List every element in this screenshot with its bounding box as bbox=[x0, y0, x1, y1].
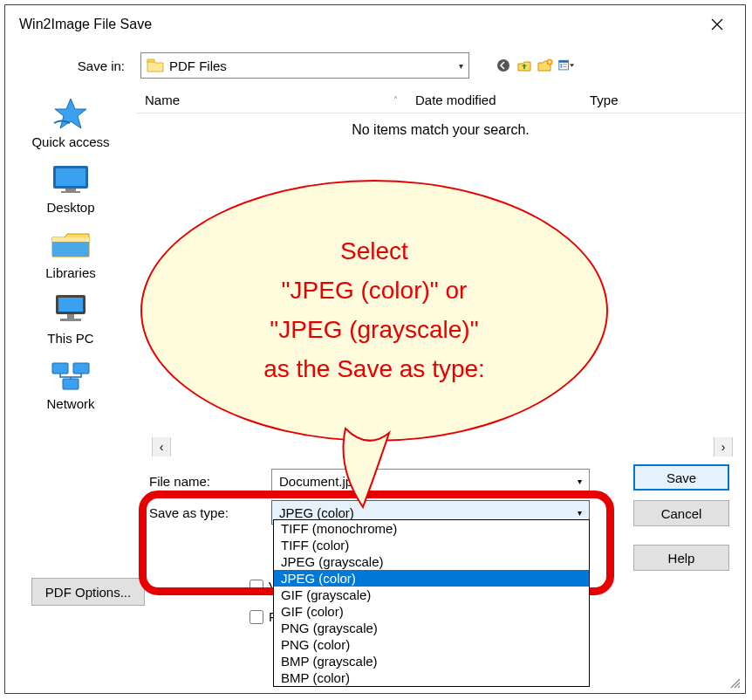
file-name-value: Document.jpg bbox=[279, 474, 578, 489]
place-network[interactable]: Network bbox=[46, 358, 94, 411]
file-save-dialog: Win2Image File Save Save in: PDF Files ▾… bbox=[4, 4, 746, 694]
file-list-pane: Name˄ Date modified Type No items match … bbox=[136, 87, 745, 489]
file-name-input[interactable]: Document.jpg ▾ bbox=[271, 469, 590, 493]
column-type[interactable]: Type bbox=[581, 87, 745, 113]
save-in-row: Save in: PDF Files ▾ bbox=[5, 44, 745, 87]
this-pc-icon bbox=[50, 292, 92, 327]
window-title: Win2Image File Save bbox=[19, 17, 152, 32]
checkbox-2[interactable] bbox=[250, 610, 263, 624]
place-label: Libraries bbox=[45, 265, 96, 280]
type-option[interactable]: BMP (color) bbox=[274, 669, 589, 686]
save-in-value: PDF Files bbox=[169, 58, 459, 73]
column-date[interactable]: Date modified bbox=[407, 87, 581, 113]
main-area: Quick access Desktop Libraries This PC N… bbox=[5, 87, 745, 489]
type-option[interactable]: JPEG (color) bbox=[274, 570, 589, 587]
places-bar: Quick access Desktop Libraries This PC N… bbox=[5, 87, 136, 489]
type-option[interactable]: JPEG (grayscale) bbox=[274, 553, 589, 570]
svg-rect-14 bbox=[61, 191, 80, 193]
save-in-label: Save in: bbox=[75, 58, 132, 73]
place-label: Desktop bbox=[46, 200, 94, 215]
view-menu-icon[interactable] bbox=[558, 58, 574, 73]
scroll-track[interactable] bbox=[171, 441, 714, 454]
svg-rect-7 bbox=[560, 64, 562, 65]
file-name-label: File name: bbox=[149, 474, 254, 489]
place-label: This PC bbox=[47, 331, 93, 346]
svg-rect-19 bbox=[67, 314, 74, 319]
resize-grip[interactable] bbox=[728, 676, 742, 690]
svg-rect-2 bbox=[147, 59, 154, 62]
scroll-right-arrow[interactable]: › bbox=[714, 437, 733, 456]
place-this-pc[interactable]: This PC bbox=[47, 292, 93, 346]
svg-rect-10 bbox=[563, 66, 567, 67]
svg-rect-13 bbox=[65, 189, 76, 191]
chevron-down-icon: ▾ bbox=[459, 61, 463, 71]
up-one-level-icon[interactable] bbox=[516, 58, 532, 73]
nav-toolbar bbox=[496, 58, 574, 73]
svg-rect-23 bbox=[63, 379, 79, 389]
checkbox-1[interactable] bbox=[250, 580, 263, 594]
svg-point-3 bbox=[497, 59, 509, 72]
cancel-button[interactable]: Cancel bbox=[633, 500, 729, 526]
scroll-left-arrow[interactable]: ‹ bbox=[152, 437, 171, 456]
chevron-down-icon: ▾ bbox=[578, 477, 582, 486]
place-label: Quick access bbox=[31, 134, 109, 149]
folder-icon bbox=[147, 58, 164, 73]
svg-rect-12 bbox=[56, 168, 85, 186]
desktop-icon bbox=[50, 161, 92, 196]
empty-message: No items match your search. bbox=[136, 113, 745, 138]
libraries-icon bbox=[50, 227, 92, 262]
place-desktop[interactable]: Desktop bbox=[46, 161, 94, 215]
save-button[interactable]: Save bbox=[633, 464, 729, 491]
save-as-type-value: JPEG (color) bbox=[279, 505, 578, 520]
type-option[interactable]: TIFF (monochrome) bbox=[274, 520, 589, 537]
file-name-row: File name: Document.jpg ▾ bbox=[5, 464, 607, 498]
svg-rect-18 bbox=[58, 298, 83, 312]
svg-rect-15 bbox=[52, 241, 89, 257]
close-button[interactable] bbox=[700, 7, 735, 42]
type-option[interactable]: GIF (grayscale) bbox=[274, 587, 589, 603]
quick-access-icon bbox=[50, 96, 92, 131]
save-in-dropdown[interactable]: PDF Files ▾ bbox=[140, 52, 469, 79]
svg-rect-16 bbox=[52, 237, 89, 242]
type-option[interactable]: GIF (color) bbox=[274, 603, 589, 620]
sort-ascending-icon: ˄ bbox=[393, 95, 398, 105]
save-as-type-options-list[interactable]: TIFF (monochrome) TIFF (color) JPEG (gra… bbox=[273, 519, 590, 687]
chevron-down-icon: ▾ bbox=[578, 508, 582, 518]
column-name[interactable]: Name˄ bbox=[136, 87, 407, 113]
horizontal-scrollbar[interactable]: ‹ › bbox=[152, 437, 733, 456]
svg-rect-22 bbox=[73, 363, 89, 374]
type-option[interactable]: TIFF (color) bbox=[274, 537, 589, 553]
svg-rect-9 bbox=[563, 64, 567, 65]
save-as-type-label: Save as type: bbox=[149, 505, 254, 520]
place-label: Network bbox=[46, 396, 94, 411]
svg-rect-21 bbox=[52, 363, 68, 374]
close-icon bbox=[711, 18, 723, 31]
column-headers: Name˄ Date modified Type bbox=[136, 87, 745, 113]
title-bar: Win2Image File Save bbox=[5, 5, 745, 44]
action-buttons: Save Cancel Help bbox=[633, 464, 729, 571]
svg-rect-6 bbox=[559, 60, 569, 62]
back-icon[interactable] bbox=[496, 58, 511, 73]
network-icon bbox=[50, 358, 92, 393]
type-option[interactable]: PNG (color) bbox=[274, 636, 589, 653]
pdf-options-button[interactable]: PDF Options... bbox=[31, 578, 145, 606]
place-libraries[interactable]: Libraries bbox=[45, 227, 96, 280]
type-option[interactable]: PNG (grayscale) bbox=[274, 620, 589, 636]
svg-rect-20 bbox=[60, 319, 81, 321]
place-quick-access[interactable]: Quick access bbox=[31, 96, 109, 149]
new-folder-icon[interactable] bbox=[537, 58, 553, 73]
help-button[interactable]: Help bbox=[633, 545, 729, 571]
type-option[interactable]: BMP (grayscale) bbox=[274, 653, 589, 669]
svg-rect-8 bbox=[560, 66, 562, 68]
